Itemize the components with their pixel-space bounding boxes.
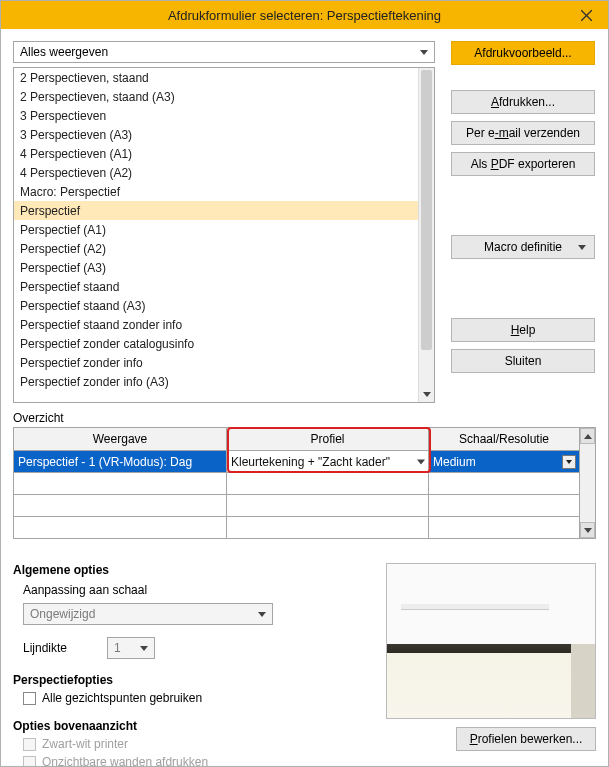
overview-grid: Weergave Profiel Schaal/Resolutie Perspe… <box>13 427 596 539</box>
checkbox-icon <box>23 738 36 751</box>
col-header-scale: Schaal/Resolutie <box>429 428 579 450</box>
close-icon[interactable] <box>570 3 602 27</box>
chevron-down-icon <box>578 245 586 250</box>
list-item[interactable]: Perspectief (A1) <box>14 220 418 239</box>
list-item[interactable]: Perspectief zonder info <box>14 353 418 372</box>
list-item[interactable]: 4 Perspectieven (A1) <box>14 144 418 163</box>
list-item[interactable]: 2 Perspectieven, staand (A3) <box>14 87 418 106</box>
scale-adjust-label: Aanpassing aan schaal <box>23 583 353 597</box>
list-item[interactable]: 3 Perspectieven (A3) <box>14 125 418 144</box>
chevron-down-icon <box>420 50 428 55</box>
chevron-down-icon <box>417 459 425 464</box>
print-preview-button[interactable]: Afdrukvoorbeeld... <box>451 41 595 65</box>
list-item[interactable]: 4 Perspectieven (A2) <box>14 163 418 182</box>
help-button[interactable]: Help <box>451 318 595 342</box>
list-item[interactable]: 3 Perspectieven <box>14 106 418 125</box>
dropdown-arrow-icon <box>562 455 576 469</box>
table-row <box>14 472 579 494</box>
preview-image <box>386 563 596 719</box>
list-item[interactable]: Perspectief <box>14 201 418 220</box>
titlebar: Afdrukformulier selecteren: Perspectieft… <box>1 1 608 29</box>
list-item[interactable]: Perspectief (A3) <box>14 258 418 277</box>
chevron-down-icon <box>258 612 266 617</box>
template-listbox[interactable]: 2 Perspectieven, staand2 Perspectieven, … <box>13 67 435 403</box>
topview-options-label: Opties bovenaanzicht <box>13 719 353 733</box>
list-item[interactable]: Perspectief staand zonder info <box>14 315 418 334</box>
cell-profile[interactable]: Kleurtekening + "Zacht kader" <box>227 450 429 472</box>
bw-printer-checkbox: Zwart-wit printer <box>23 737 353 751</box>
scroll-down-icon[interactable] <box>580 522 595 538</box>
overview-label: Overzicht <box>13 411 596 425</box>
edit-profiles-button[interactable]: Profielen bewerken... <box>456 727 596 751</box>
grid-scrollbar[interactable] <box>579 428 595 538</box>
macro-definition-button[interactable]: Macro definitie <box>451 235 595 259</box>
list-item[interactable]: 2 Perspectieven, staand <box>14 68 418 87</box>
invisible-walls-checkbox: Onzichtbare wanden afdrukken <box>23 755 353 767</box>
scroll-thumb[interactable] <box>421 70 432 350</box>
linewidth-label: Lijndikte <box>23 641 67 655</box>
general-options-label: Algemene opties <box>13 563 353 577</box>
perspective-options-label: Perspectiefopties <box>13 673 353 687</box>
list-item[interactable]: Perspectief staand (A3) <box>14 296 418 315</box>
print-button[interactable]: Afdrukken... <box>451 90 595 114</box>
scroll-down-icon[interactable] <box>419 386 434 402</box>
checkbox-icon <box>23 692 36 705</box>
table-row <box>14 516 579 538</box>
table-row[interactable]: Perspectief - 1 (VR-Modus): Dag Kleurtek… <box>14 450 579 472</box>
cell-scale[interactable]: Medium <box>429 450 579 472</box>
scrollbar[interactable] <box>418 68 434 402</box>
cell-display: Perspectief - 1 (VR-Modus): Dag <box>14 450 227 472</box>
all-viewpoints-checkbox[interactable]: Alle gezichtspunten gebruiken <box>23 691 353 705</box>
table-row <box>14 494 579 516</box>
list-item[interactable]: Perspectief zonder info (A3) <box>14 372 418 391</box>
email-button[interactable]: Per e-mail verzenden <box>451 121 595 145</box>
list-item[interactable]: Macro: Perspectief <box>14 182 418 201</box>
close-button[interactable]: Sluiten <box>451 349 595 373</box>
col-header-profile: Profiel <box>227 428 429 450</box>
list-item[interactable]: Perspectief zonder catalogusinfo <box>14 334 418 353</box>
filter-dropdown[interactable]: Alles weergeven <box>13 41 435 63</box>
checkbox-icon <box>23 756 36 768</box>
scale-adjust-select[interactable]: Ongewijzigd <box>23 603 273 625</box>
linewidth-select[interactable]: 1 <box>107 637 155 659</box>
pdf-export-button[interactable]: Als PDF exporteren <box>451 152 595 176</box>
window-title: Afdrukformulier selecteren: Perspectieft… <box>168 8 441 23</box>
list-item[interactable]: Perspectief staand <box>14 277 418 296</box>
filter-value: Alles weergeven <box>20 45 108 59</box>
col-header-display: Weergave <box>14 428 227 450</box>
chevron-down-icon <box>140 646 148 651</box>
list-item[interactable]: Perspectief (A2) <box>14 239 418 258</box>
scroll-up-icon[interactable] <box>580 428 595 444</box>
